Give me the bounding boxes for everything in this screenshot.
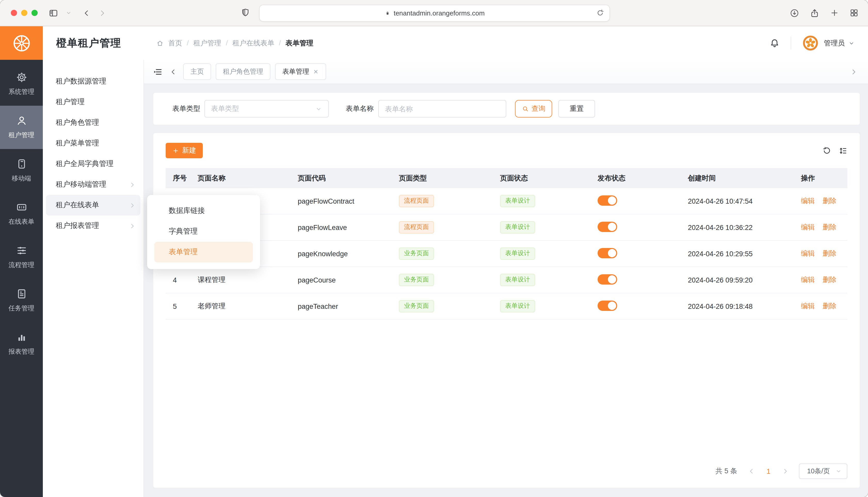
chevron-right-icon [129, 202, 136, 209]
citrus-logo-icon [11, 33, 32, 53]
form-name-input[interactable] [378, 100, 506, 117]
sidebar-toggle-icon[interactable] [49, 8, 58, 18]
page-type-cell: 业务页面 [392, 300, 493, 312]
page-size-select[interactable]: 10条/页 [799, 464, 848, 479]
form-type-select[interactable]: 表单类型 [204, 100, 329, 117]
close-window-button[interactable] [11, 10, 17, 16]
delete-link[interactable]: 删除 [823, 276, 837, 284]
page-code: pageTeacher [291, 302, 392, 310]
publish-toggle[interactable] [597, 195, 617, 205]
tab-item[interactable]: 租户角色管理 [216, 63, 271, 80]
rail-item-chart[interactable]: 报表管理 [0, 322, 43, 366]
page-type-cell: 业务页面 [392, 247, 493, 260]
row-density-icon[interactable] [839, 146, 848, 155]
downloads-icon[interactable] [789, 8, 799, 18]
breadcrumb-item[interactable]: 租户管理 [194, 39, 221, 48]
column-header: 页面类型 [392, 173, 493, 183]
flyout-item[interactable]: 字典管理 [147, 221, 260, 242]
page-code: pageFlowContract [291, 197, 392, 205]
refresh-icon[interactable] [823, 146, 831, 155]
user-name[interactable]: 管理员 [824, 39, 845, 48]
submenu-item-label: 租户数据源管理 [56, 77, 106, 86]
home-icon[interactable] [156, 40, 164, 47]
breadcrumb-item[interactable]: 租户在线表单 [233, 39, 274, 48]
publish-cell [590, 248, 681, 259]
app-logo[interactable] [0, 26, 43, 60]
edit-link[interactable]: 编辑 [801, 197, 815, 205]
user-menu-caret-icon[interactable] [849, 40, 855, 46]
content-area: 表单类型 表单类型 表单名称 查询 重置 [144, 84, 868, 497]
minimize-window-button[interactable] [21, 10, 27, 16]
edit-link[interactable]: 编辑 [801, 223, 815, 231]
delete-link[interactable]: 删除 [823, 197, 837, 205]
publish-toggle[interactable] [597, 222, 617, 232]
tabs-scroll-left-icon[interactable] [169, 68, 177, 75]
flyout-item[interactable]: 表单管理 [154, 242, 253, 262]
breadcrumb-item[interactable]: 首页 [168, 39, 182, 48]
created-time: 2024-04-26 10:47:54 [681, 197, 794, 205]
new-tab-icon[interactable] [830, 8, 839, 17]
notification-bell-icon[interactable] [769, 38, 780, 48]
chevron-down-icon [836, 468, 842, 474]
edit-link[interactable]: 编辑 [801, 302, 815, 310]
submenu-item-label: 租户角色管理 [56, 118, 99, 127]
close-icon[interactable] [313, 69, 319, 75]
rail-item-sliders[interactable]: 流程管理 [0, 236, 43, 279]
rail-item-label: 在线表单 [9, 217, 34, 226]
rail-item-tasks[interactable]: 任务管理 [0, 279, 43, 322]
page-type-tag: 业务页面 [399, 247, 434, 260]
collapse-menu-icon[interactable] [153, 67, 163, 76]
search-button[interactable]: 查询 [515, 100, 552, 117]
back-icon[interactable] [82, 9, 91, 17]
user-icon [16, 115, 27, 126]
avatar[interactable] [802, 34, 819, 52]
submenu-item[interactable]: 租户菜单管理 [46, 133, 140, 154]
zoom-window-button[interactable] [31, 10, 38, 16]
flyout-item[interactable]: 数据库链接 [147, 201, 260, 221]
next-page-icon[interactable] [782, 468, 789, 475]
row-index: 5 [166, 302, 190, 310]
submenu-item[interactable]: 租户报表管理 [46, 215, 140, 236]
rail-item-user[interactable]: 租户管理 [0, 106, 43, 149]
submenu-item[interactable]: 租户角色管理 [46, 112, 140, 133]
table-row: pageFlowLeave流程页面表单设计2024-04-26 10:36:22… [166, 214, 848, 241]
current-page[interactable]: 1 [767, 467, 770, 475]
plus-icon [173, 147, 179, 154]
tab-overview-icon[interactable] [850, 8, 859, 17]
tab-active[interactable]: 表单管理 [275, 63, 326, 80]
submenu-item[interactable]: 租户移动端管理 [46, 174, 140, 195]
tabs-scroll-right-icon[interactable] [850, 68, 858, 75]
publish-cell [590, 300, 681, 312]
rail-item-mobile[interactable]: 移动端 [0, 149, 43, 192]
privacy-shield-icon[interactable] [240, 8, 250, 17]
edit-link[interactable]: 编辑 [801, 276, 815, 284]
submenu-item[interactable]: 租户在线表单 [46, 195, 140, 215]
forward-icon[interactable] [98, 9, 107, 17]
address-bar[interactable]: tenantadmin.orangeforms.com [259, 5, 610, 22]
submenu-item[interactable]: 租户管理 [46, 92, 140, 112]
publish-toggle[interactable] [597, 300, 617, 311]
page-type-tag: 业务页面 [399, 300, 434, 312]
rail-item-gear[interactable]: 系统管理 [0, 62, 43, 106]
tab-item[interactable]: 主页 [183, 63, 211, 80]
submenu-item[interactable]: 租户全局字典管理 [46, 154, 140, 174]
submenu-item[interactable]: 租户数据源管理 [46, 71, 140, 92]
delete-link[interactable]: 删除 [823, 223, 837, 231]
delete-link[interactable]: 删除 [823, 302, 837, 310]
delete-link[interactable]: 删除 [823, 250, 837, 257]
chevron-right-icon [129, 223, 136, 229]
rail-item-form[interactable]: 在线表单 [0, 192, 43, 236]
breadcrumb-separator: / [226, 39, 228, 47]
flyout-item-label: 数据库链接 [169, 206, 205, 215]
share-icon[interactable] [810, 8, 819, 18]
prev-page-icon[interactable] [748, 468, 755, 475]
chevron-down-icon[interactable] [66, 10, 72, 16]
publish-toggle[interactable] [597, 248, 617, 258]
publish-toggle[interactable] [597, 274, 617, 284]
column-header: 发布状态 [590, 173, 681, 183]
reload-icon[interactable] [596, 9, 604, 17]
row-actions: 编辑删除 [794, 223, 848, 232]
create-button[interactable]: 新建 [166, 143, 203, 158]
reset-button[interactable]: 重置 [559, 100, 595, 117]
edit-link[interactable]: 编辑 [801, 250, 815, 257]
